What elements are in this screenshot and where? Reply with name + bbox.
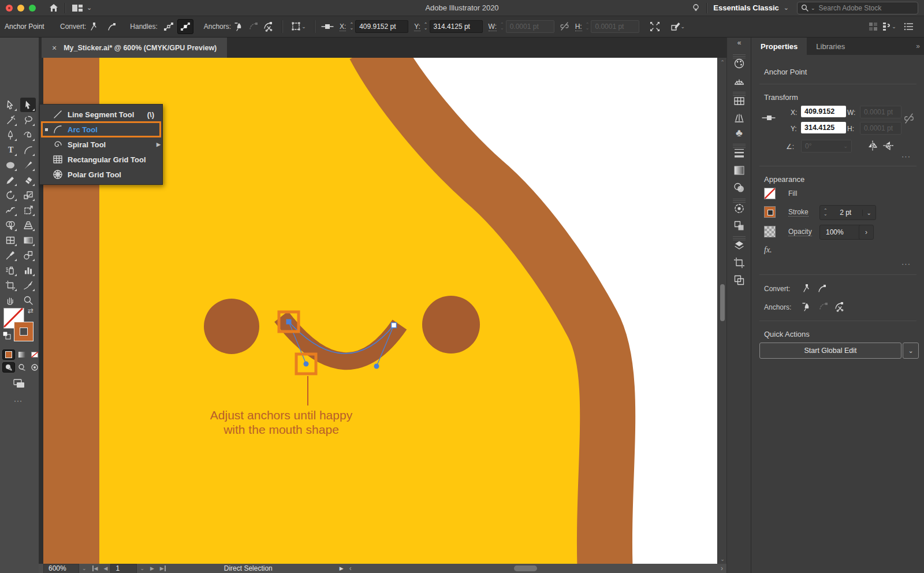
zoom-dropdown-icon[interactable]: ⌄: [82, 565, 87, 571]
arc-tool-slot[interactable]: [20, 143, 36, 157]
arrange-documents-button[interactable]: ⌄: [878, 20, 901, 34]
horizontal-scrollbar[interactable]: [355, 564, 718, 573]
lightbulb-icon[interactable]: [691, 3, 701, 13]
slice-tool[interactable]: [20, 278, 36, 292]
left-anchor-point[interactable]: [286, 319, 292, 325]
opacity-swatch[interactable]: [764, 226, 776, 237]
default-fill-stroke-icon[interactable]: [2, 331, 12, 340]
y-stepper[interactable]: ⌃⌄: [424, 23, 428, 30]
ellipse-tool[interactable]: [2, 158, 18, 172]
pencil-tool[interactable]: [2, 173, 18, 187]
curvature-tool[interactable]: [20, 128, 36, 142]
type-tool[interactable]: T: [2, 143, 18, 157]
transparency-panel-icon[interactable]: [733, 182, 745, 194]
bounding-box-options-button[interactable]: ⌄: [289, 20, 308, 34]
x-field[interactable]: 409.9152: [801, 106, 846, 117]
dock-grip[interactable]: [733, 94, 746, 94]
graphic-styles-panel-icon[interactable]: [733, 220, 745, 232]
dock-grip[interactable]: [733, 200, 746, 201]
draw-behind-button[interactable]: [16, 363, 28, 372]
next-artboard-icon[interactable]: ▶: [150, 565, 154, 571]
last-artboard-icon[interactable]: ▶: [160, 565, 166, 571]
link-dimensions-icon[interactable]: [559, 21, 571, 32]
swatches-panel-icon[interactable]: [733, 95, 745, 107]
perspective-grid-tool[interactable]: [20, 218, 36, 232]
zoom-level-field[interactable]: 600%: [43, 564, 79, 573]
artboard-number-field[interactable]: 1: [110, 564, 137, 573]
convert-to-corner-button[interactable]: [801, 283, 811, 293]
left-handle-point[interactable]: [304, 362, 309, 367]
hide-handles-button[interactable]: [177, 19, 193, 34]
opacity-label[interactable]: Opacity: [788, 228, 812, 236]
scroll-up-icon[interactable]: ⌃: [718, 59, 727, 65]
more-options-icon[interactable]: ···: [901, 259, 911, 268]
gradient-tool[interactable]: [20, 233, 36, 247]
rotate-tool[interactable]: [2, 188, 18, 202]
color-mode-button[interactable]: [2, 349, 15, 360]
stroke-label[interactable]: Stroke: [788, 208, 808, 217]
menu-item-polar-grid-tool[interactable]: Polar Grid Tool: [40, 167, 162, 182]
direct-selection-tool[interactable]: [20, 98, 36, 112]
eyedropper-tool[interactable]: [2, 248, 18, 262]
convert-to-smooth-button[interactable]: [105, 20, 120, 34]
artboards-panel-icon[interactable]: [733, 257, 745, 269]
brushes-panel-icon[interactable]: [733, 113, 745, 124]
link-dimensions-icon[interactable]: [903, 113, 915, 125]
close-tab-icon[interactable]: ×: [52, 43, 57, 53]
convert-to-smooth-button[interactable]: [817, 283, 828, 293]
right-handle-point[interactable]: [374, 364, 379, 369]
opacity-options-button[interactable]: ›: [859, 225, 874, 240]
lasso-tool[interactable]: [20, 113, 36, 127]
selection-tool[interactable]: [2, 98, 18, 112]
scroll-left-icon[interactable]: ‹: [349, 564, 352, 572]
scroll-down-icon[interactable]: ⌄: [718, 556, 727, 562]
remove-anchor-button[interactable]: [231, 20, 246, 34]
chevron-down-icon[interactable]: ⌄: [784, 4, 789, 12]
vertical-scrollbar[interactable]: ⌃ ⌄: [717, 58, 727, 564]
stroke-weight-dropdown-icon[interactable]: ⌄: [862, 210, 875, 216]
stroke-panel-icon[interactable]: [733, 147, 745, 159]
symbols-panel-icon[interactable]: ♣: [727, 127, 751, 139]
eraser-tool[interactable]: [20, 173, 36, 187]
isolate-edit-button[interactable]: ⌄: [667, 20, 688, 34]
document-grid-icon[interactable]: [869, 22, 878, 31]
stroke-swatch[interactable]: [14, 322, 33, 341]
menu-item-spiral-tool[interactable]: Spiral Tool ▶: [40, 137, 162, 152]
y-field[interactable]: 314.4125 pt: [430, 20, 483, 33]
search-input[interactable]: [818, 3, 901, 13]
mesh-tool[interactable]: [2, 233, 18, 247]
blend-tool[interactable]: [20, 248, 36, 262]
previous-artboard-icon[interactable]: ◀: [103, 565, 107, 571]
hand-tool[interactable]: [2, 293, 18, 307]
stroke-weight-stepper[interactable]: ⌃⌄: [824, 209, 828, 216]
scale-tool[interactable]: [20, 188, 36, 202]
collapse-panel-icon[interactable]: »: [916, 42, 920, 50]
asset-export-panel-icon[interactable]: [733, 274, 745, 286]
stroke-weight-control[interactable]: ⌃⌄ 2 pt ⌄: [819, 205, 876, 220]
more-options-icon[interactable]: ···: [901, 152, 911, 161]
menu-item-rectangular-grid-tool[interactable]: Rectangular Grid Tool: [40, 152, 162, 167]
show-handles-button[interactable]: [161, 20, 176, 34]
vertical-scroll-thumb[interactable]: [720, 284, 725, 321]
dock-grip[interactable]: [733, 238, 746, 239]
x-stepper[interactable]: ⌃⌄: [349, 23, 353, 30]
artboard-tool[interactable]: [2, 278, 18, 292]
first-artboard-icon[interactable]: ◀: [92, 565, 98, 571]
fill-swatch[interactable]: [764, 188, 776, 199]
workspace-layout-icon[interactable]: [72, 3, 83, 13]
tab-libraries[interactable]: Libraries: [807, 38, 854, 55]
convert-to-corner-button[interactable]: [86, 20, 101, 34]
zoom-tool[interactable]: [20, 293, 36, 307]
flip-vertical-icon[interactable]: [883, 140, 895, 151]
reference-point-icon[interactable]: [762, 113, 776, 123]
status-menu-arrow-icon[interactable]: ▶: [340, 565, 344, 571]
symbol-sprayer-tool[interactable]: [2, 263, 18, 277]
stroke-swatch[interactable]: [764, 206, 776, 218]
tab-properties[interactable]: Properties: [751, 38, 807, 55]
dock-grip[interactable]: [733, 56, 746, 57]
workspace-switcher[interactable]: Essentials Classic: [713, 3, 778, 12]
zoom-window-button[interactable]: [29, 5, 36, 12]
menu-item-arc-tool[interactable]: Arc Tool: [40, 122, 162, 137]
appearance-panel-icon[interactable]: [733, 203, 745, 214]
horizontal-scroll-thumb[interactable]: [514, 565, 537, 571]
